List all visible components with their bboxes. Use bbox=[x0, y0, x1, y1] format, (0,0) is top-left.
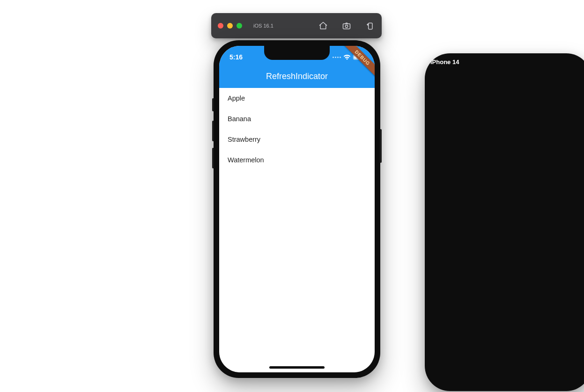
list-item[interactable]: Apple bbox=[219, 88, 375, 109]
fruit-list[interactable]: Apple Banana Strawberry Watermelon bbox=[219, 88, 375, 170]
svg-rect-2 bbox=[369, 23, 372, 29]
svg-point-1 bbox=[345, 25, 347, 28]
status-time: 5:16 bbox=[229, 53, 243, 61]
app-bar: RefreshIndicator bbox=[219, 65, 375, 88]
app-bar-title: RefreshIndicator bbox=[266, 72, 328, 81]
rotate-button[interactable] bbox=[365, 21, 375, 31]
home-indicator[interactable] bbox=[269, 366, 325, 369]
maximize-window-button[interactable] bbox=[237, 23, 242, 29]
list-item-label: Banana bbox=[228, 115, 251, 123]
window-controls bbox=[218, 23, 242, 29]
svg-rect-0 bbox=[343, 24, 350, 29]
close-window-button[interactable] bbox=[218, 23, 223, 29]
rotate-icon bbox=[365, 21, 375, 30]
volume-up-button[interactable] bbox=[212, 121, 214, 141]
notch bbox=[264, 46, 330, 60]
phone-screen: DEBUG 5:16 RefreshIndicator Apple bbox=[219, 46, 375, 372]
minimize-window-button[interactable] bbox=[227, 23, 233, 29]
volume-down-button[interactable] bbox=[212, 148, 214, 168]
simulator-title: iPhone 14 iOS 16.1 bbox=[253, 23, 274, 29]
os-version: iOS 16.1 bbox=[253, 23, 274, 29]
screenshot-button[interactable] bbox=[341, 21, 352, 31]
list-item[interactable]: Watermelon bbox=[219, 150, 375, 170]
list-item-label: Strawberry bbox=[228, 136, 260, 143]
mute-switch[interactable] bbox=[212, 98, 214, 111]
home-icon bbox=[318, 21, 328, 30]
phone-frame: DEBUG 5:16 RefreshIndicator Apple bbox=[214, 40, 380, 378]
list-item-label: Apple bbox=[228, 94, 245, 102]
list-item-label: Watermelon bbox=[228, 156, 264, 164]
simulator-title-bar: iPhone 14 iOS 16.1 bbox=[211, 13, 382, 38]
device-name: iPhone 14 bbox=[425, 53, 584, 391]
list-item[interactable]: Strawberry bbox=[219, 129, 375, 150]
home-button[interactable] bbox=[318, 21, 328, 31]
wifi-icon bbox=[343, 54, 351, 60]
list-item[interactable]: Banana bbox=[219, 109, 375, 129]
camera-icon bbox=[342, 21, 351, 30]
power-button[interactable] bbox=[380, 129, 382, 163]
cellular-icon bbox=[333, 57, 341, 58]
